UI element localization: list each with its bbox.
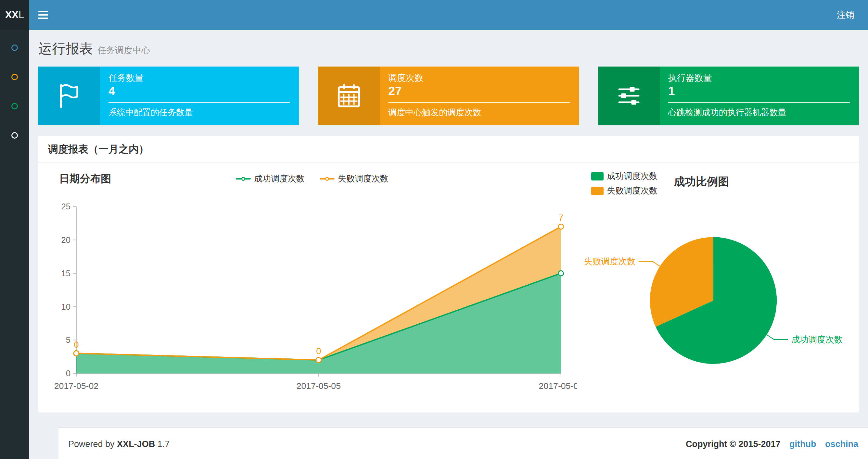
sidebar <box>0 30 29 459</box>
hamburger-icon <box>38 11 48 12</box>
top-navbar: XXL 注销 <box>0 0 868 30</box>
content-header: 运行报表任务调度中心 <box>29 30 868 67</box>
report-panel-title: 调度报表（一月之内） <box>38 136 859 163</box>
info-box-icon-area <box>318 67 380 125</box>
info-box-row: 任务数量 4 系统中配置的任务数量 <box>38 67 859 125</box>
legend-label: 失败调度次数 <box>607 185 657 196</box>
hamburger-icon <box>38 18 48 19</box>
circle-icon <box>11 103 18 109</box>
success-ratio-header: 成功调度次数 失败调度次数 成功比例图 <box>577 168 850 202</box>
sidebar-item-run-report[interactable] <box>0 33 29 62</box>
oschina-link[interactable]: oschina <box>825 439 858 449</box>
info-box-triggers: 调度次数 27 调度中心触发的调度次数 <box>318 67 579 125</box>
info-box-description: 系统中配置的任务数量 <box>108 107 290 118</box>
sidebar-item-job-manage[interactable] <box>0 62 29 92</box>
content: 任务数量 4 系统中配置的任务数量 <box>29 67 868 413</box>
legend-label: 成功调度次数 <box>607 170 657 182</box>
info-box-title: 执行器数量 <box>668 72 850 84</box>
page-title: 运行报表任务调度中心 <box>38 41 859 58</box>
page-subtitle: 任务调度中心 <box>97 45 150 55</box>
line-marker-icon <box>320 178 335 179</box>
success-ratio-title: 成功比例图 <box>674 174 729 189</box>
marker-dot-icon <box>325 177 329 181</box>
date-distribution-section: 日期分布图 成功调度次数 <box>48 168 577 396</box>
date-distribution-header: 日期分布图 成功调度次数 <box>48 168 577 191</box>
content-wrapper: 运行报表任务调度中心 任务数量 4 系统中配置的任务数量 <box>29 0 868 459</box>
divider <box>388 102 570 103</box>
page-title-text: 运行报表 <box>38 41 93 56</box>
sliders-icon <box>616 83 642 109</box>
svg-text:10: 10 <box>61 302 71 311</box>
legend-item-success[interactable]: 成功调度次数 <box>591 170 657 182</box>
svg-text:15: 15 <box>61 269 71 278</box>
report-panel: 调度报表（一月之内） 日期分布图 成功调度次数 <box>38 136 859 413</box>
svg-text:2017-05-08: 2017-05-08 <box>539 381 577 391</box>
line-chart-legend: 成功调度次数 失败调度次数 <box>48 173 577 185</box>
svg-text:2017-05-02: 2017-05-02 <box>54 381 98 391</box>
circle-icon <box>11 74 18 80</box>
legend-item-success[interactable]: 成功调度次数 <box>236 173 305 185</box>
sidebar-item-executor-manage[interactable] <box>0 121 29 150</box>
svg-text:2017-05-05: 2017-05-05 <box>297 381 341 391</box>
info-box-description: 心跳检测成功的执行器机器数量 <box>668 107 850 118</box>
success-ratio-section: 成功调度次数 失败调度次数 成功比例图 成功调度次数失败调度次数 <box>577 168 850 396</box>
info-box-title: 任务数量 <box>108 72 290 84</box>
report-panel-body: 日期分布图 成功调度次数 <box>38 163 859 396</box>
legend-swatch-icon <box>591 187 603 195</box>
success-ratio-pie-chart: 成功调度次数失败调度次数 <box>577 202 850 379</box>
svg-text:20: 20 <box>61 235 71 244</box>
marker-dot-icon <box>241 177 245 181</box>
legend-swatch-icon <box>591 172 603 181</box>
powered-by: Powered by XXL-JOB 1.7 <box>68 439 169 449</box>
logo-text-bold: XX <box>5 9 19 21</box>
info-box-icon-area <box>598 67 660 125</box>
info-box-jobs: 任务数量 4 系统中配置的任务数量 <box>38 67 299 125</box>
circle-icon <box>11 44 18 51</box>
info-box-body: 任务数量 4 系统中配置的任务数量 <box>100 67 299 125</box>
date-distribution-chart: 05101520252017-05-022017-05-052017-05-08… <box>48 191 577 396</box>
info-box-description: 调度中心触发的调度次数 <box>388 107 570 118</box>
logout-link[interactable]: 注销 <box>823 0 868 30</box>
svg-text:0: 0 <box>316 346 321 356</box>
logo-text-light: L <box>19 9 24 21</box>
svg-text:成功调度次数: 成功调度次数 <box>791 335 843 345</box>
info-box-value: 4 <box>108 84 290 98</box>
svg-text:0: 0 <box>66 369 70 378</box>
info-box-value: 1 <box>668 84 850 98</box>
app-logo[interactable]: XXL <box>0 0 29 30</box>
copyright-area: Copyright © 2015-2017 github oschina <box>686 439 858 449</box>
legend-item-fail[interactable]: 失败调度次数 <box>591 185 657 196</box>
info-box-body: 执行器数量 1 心跳检测成功的执行器机器数量 <box>660 67 859 125</box>
svg-text:5: 5 <box>66 335 70 345</box>
info-box-title: 调度次数 <box>388 72 570 84</box>
line-marker-icon <box>236 178 251 179</box>
flag-icon <box>56 82 83 109</box>
legend-label: 失败调度次数 <box>338 173 389 185</box>
svg-text:失败调度次数: 失败调度次数 <box>584 257 636 266</box>
github-link[interactable]: github <box>789 439 816 449</box>
legend-item-fail[interactable]: 失败调度次数 <box>320 173 389 185</box>
info-box-executors: 执行器数量 1 心跳检测成功的执行器机器数量 <box>598 67 859 125</box>
powered-by-text: Powered by <box>68 439 115 449</box>
info-box-body: 调度次数 27 调度中心触发的调度次数 <box>380 67 579 125</box>
divider <box>668 102 850 103</box>
divider <box>108 102 290 103</box>
svg-text:7: 7 <box>558 212 563 223</box>
pie-chart-legend: 成功调度次数 失败调度次数 <box>591 170 657 196</box>
svg-text:0: 0 <box>74 339 79 350</box>
version-text: 1.7 <box>158 439 170 449</box>
footer: Powered by XXL-JOB 1.7 Copyright © 2015-… <box>59 427 868 459</box>
info-box-icon-area <box>38 67 100 125</box>
legend-label: 成功调度次数 <box>254 173 305 185</box>
sidebar-toggle-button[interactable] <box>29 0 57 30</box>
info-box-value: 27 <box>388 84 570 98</box>
hamburger-icon <box>38 14 48 15</box>
circle-icon <box>11 132 18 139</box>
calendar-icon <box>336 83 362 109</box>
svg-text:25: 25 <box>61 202 71 211</box>
brand-text: XXL-JOB <box>117 439 155 449</box>
copyright-text: Copyright © 2015-2017 <box>686 439 781 449</box>
sidebar-item-dispatch-log[interactable] <box>0 92 29 121</box>
